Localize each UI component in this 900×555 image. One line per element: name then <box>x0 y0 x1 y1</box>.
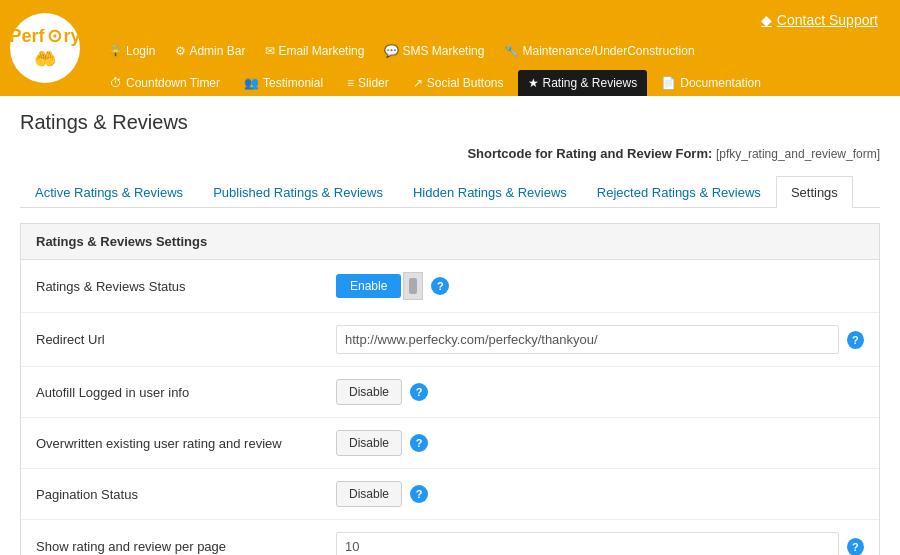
control-pagination: Disable ? <box>336 481 864 507</box>
settings-row-autofill: Autofill Logged in user info Disable ? <box>21 367 879 418</box>
redirect-url-input[interactable] <box>336 325 839 354</box>
label-overwrite: Overwritten existing user rating and rev… <box>36 436 336 451</box>
help-icon-status[interactable]: ? <box>431 277 449 295</box>
slider-icon: ≡ <box>347 76 354 90</box>
settings-row-status: Ratings & Reviews Status Enable ? <box>21 260 879 313</box>
shortcode-bar: Shortcode for Rating and Review Form: [p… <box>20 146 880 161</box>
toggle-handle-status <box>409 278 417 294</box>
shortcode-label: Shortcode for Rating and Review Form: <box>467 146 712 161</box>
nav-email-marketing[interactable]: ✉ Email Marketing <box>257 40 372 62</box>
contact-support-link[interactable]: ◆ Contact Support <box>749 6 890 34</box>
logo: Perf⊙ry 🤲 <box>10 13 80 83</box>
label-status: Ratings & Reviews Status <box>36 279 336 294</box>
tab-hidden-ratings[interactable]: Hidden Ratings & Reviews <box>398 176 582 208</box>
wrench-icon: 🔧 <box>504 44 519 58</box>
help-icon-pagination[interactable]: ? <box>410 485 428 503</box>
nav-slider[interactable]: ≡ Slider <box>337 70 399 96</box>
nav-admin-bar[interactable]: ⚙ Admin Bar <box>167 40 253 62</box>
sms-icon: 💬 <box>384 44 399 58</box>
enable-button-status[interactable]: Enable <box>336 274 401 298</box>
control-autofill: Disable ? <box>336 379 864 405</box>
nav-sub: ⏱ Countdown Timer 👥 Testimonial ≡ Slider… <box>90 66 900 96</box>
control-perpage: ? <box>336 532 864 555</box>
disable-button-pagination[interactable]: Disable <box>336 481 402 507</box>
control-overwrite: Disable ? <box>336 430 864 456</box>
nav-section: ◆ Contact Support 🔒 Login ⚙ Admin Bar ✉ … <box>90 0 900 96</box>
help-icon-perpage[interactable]: ? <box>847 538 864 556</box>
label-pagination: Pagination Status <box>36 487 336 502</box>
contact-support-label: Contact Support <box>777 12 878 28</box>
timer-icon: ⏱ <box>110 76 122 90</box>
nav-main: 🔒 Login ⚙ Admin Bar ✉ Email Marketing 💬 … <box>90 36 900 66</box>
help-icon-redirect[interactable]: ? <box>847 331 864 349</box>
control-redirect: ? <box>336 325 864 354</box>
doc-icon: 📄 <box>661 76 676 90</box>
help-icon-autofill[interactable]: ? <box>410 383 428 401</box>
tab-rejected-ratings[interactable]: Rejected Ratings & Reviews <box>582 176 776 208</box>
help-icon-overwrite[interactable]: ? <box>410 434 428 452</box>
testimonial-icon: 👥 <box>244 76 259 90</box>
label-redirect: Redirect Url <box>36 332 336 347</box>
perpage-input[interactable] <box>336 532 839 555</box>
toggle-slider-status[interactable] <box>403 272 423 300</box>
settings-row-redirect: Redirect Url ? <box>21 313 879 367</box>
disable-button-overwrite[interactable]: Disable <box>336 430 402 456</box>
nav-rating-reviews[interactable]: ★ Rating & Reviews <box>518 70 648 96</box>
header: Perf⊙ry 🤲 ◆ Contact Support 🔒 Login ⚙ Ad… <box>0 0 900 96</box>
nav-maintenance[interactable]: 🔧 Maintenance/UnderConstruction <box>496 40 702 62</box>
social-icon: ↗ <box>413 76 423 90</box>
toggle-status: Enable <box>336 272 423 300</box>
settings-section: Ratings & Reviews Settings Ratings & Rev… <box>20 223 880 555</box>
control-status: Enable ? <box>336 272 864 300</box>
diamond-icon: ◆ <box>761 12 772 28</box>
nav-sms-marketing[interactable]: 💬 SMS Marketing <box>376 40 492 62</box>
label-perpage: Show rating and review per page <box>36 539 336 554</box>
page-title: Ratings & Reviews <box>20 111 880 134</box>
tabs: Active Ratings & Reviews Published Ratin… <box>20 176 880 208</box>
tab-active-ratings[interactable]: Active Ratings & Reviews <box>20 176 198 208</box>
settings-row-pagination: Pagination Status Disable ? <box>21 469 879 520</box>
redirect-input-wrapper: ? <box>336 325 864 354</box>
lock-icon: 🔒 <box>108 44 123 58</box>
tab-settings[interactable]: Settings <box>776 176 853 208</box>
page-content: Ratings & Reviews Shortcode for Rating a… <box>0 96 900 555</box>
tab-published-ratings[interactable]: Published Ratings & Reviews <box>198 176 398 208</box>
label-autofill: Autofill Logged in user info <box>36 385 336 400</box>
nav-login[interactable]: 🔒 Login <box>100 40 163 62</box>
settings-header: Ratings & Reviews Settings <box>21 224 879 260</box>
nav-documentation[interactable]: 📄 Documentation <box>651 70 771 96</box>
logo-area: Perf⊙ry 🤲 <box>0 0 90 96</box>
shortcode-value: [pfky_rating_and_review_form] <box>716 147 880 161</box>
perpage-input-wrapper: ? <box>336 532 864 555</box>
nav-social-buttons[interactable]: ↗ Social Buttons <box>403 70 514 96</box>
logo-text: Perf⊙ry <box>10 26 80 48</box>
settings-row-overwrite: Overwritten existing user rating and rev… <box>21 418 879 469</box>
nav-countdown-timer[interactable]: ⏱ Countdown Timer <box>100 70 230 96</box>
nav-testimonial[interactable]: 👥 Testimonial <box>234 70 333 96</box>
gear-icon: ⚙ <box>175 44 186 58</box>
email-icon: ✉ <box>265 44 275 58</box>
disable-button-autofill[interactable]: Disable <box>336 379 402 405</box>
settings-row-perpage: Show rating and review per page ? <box>21 520 879 555</box>
star-icon: ★ <box>528 76 539 90</box>
